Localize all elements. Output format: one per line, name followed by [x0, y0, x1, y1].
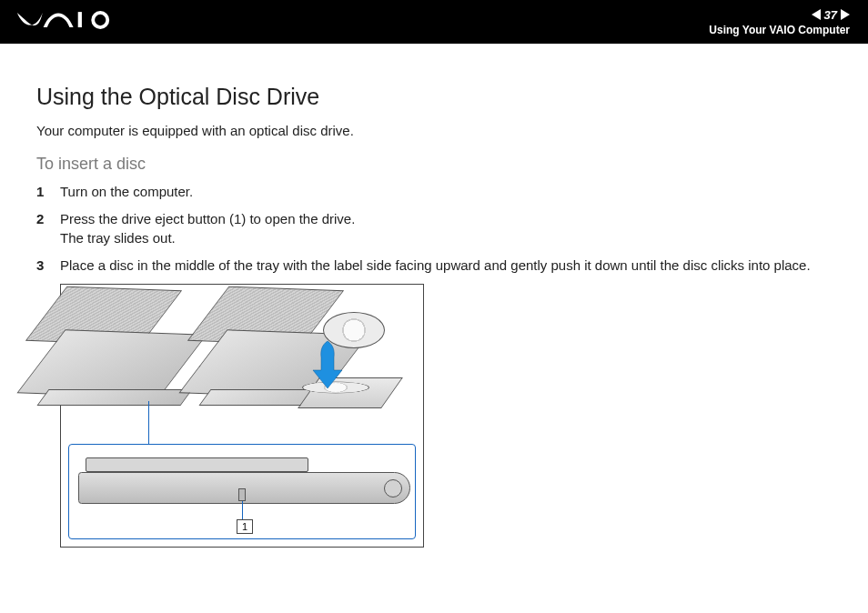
callout-line-2: [242, 501, 243, 519]
eject-button-mark: [238, 488, 246, 501]
vaio-logo: [16, 10, 116, 34]
step-number: 3: [36, 256, 60, 275]
list-item: 3 Place a disc in the middle of the tray…: [36, 256, 832, 275]
section-label: Using Your VAIO Computer: [709, 24, 850, 36]
list-item: 2 Press the drive eject button (1) to op…: [36, 210, 832, 247]
step-text: Press the drive eject button (1) to open…: [60, 210, 832, 247]
insert-arrow-icon: [308, 339, 348, 394]
illustration-container: 1: [60, 284, 832, 548]
nav-next-icon[interactable]: [841, 9, 850, 20]
page-number: 37: [824, 8, 837, 22]
step-number: 2: [36, 210, 60, 247]
page-nav: 37: [812, 8, 850, 22]
page-header: 37 Using Your VAIO Computer: [0, 0, 868, 44]
side-keys: [86, 457, 308, 472]
step-number: 1: [36, 183, 60, 201]
page-title: Using the Optical Disc Drive: [36, 84, 832, 110]
intro-text: Your computer is equipped with an optica…: [36, 123, 832, 138]
step-text: Place a disc in the middle of the tray w…: [60, 256, 832, 275]
power-button-icon: [384, 479, 402, 497]
step-text: Turn on the computer.: [60, 183, 832, 201]
svg-point-1: [93, 13, 107, 27]
header-right: 37 Using Your VAIO Computer: [709, 8, 850, 36]
laptop-left-front: [36, 389, 192, 406]
illustration-frame: 1: [60, 284, 424, 548]
svg-rect-0: [78, 12, 82, 27]
subheading: To insert a disc: [36, 155, 832, 174]
page-content: Using the Optical Disc Drive Your comput…: [0, 44, 868, 548]
list-item: 1 Turn on the computer.: [36, 183, 832, 201]
step-list: 1 Turn on the computer. 2 Press the driv…: [36, 183, 832, 275]
callout-label: 1: [237, 519, 253, 534]
side-view-panel: 1: [68, 444, 416, 539]
nav-prev-icon[interactable]: [812, 9, 821, 20]
